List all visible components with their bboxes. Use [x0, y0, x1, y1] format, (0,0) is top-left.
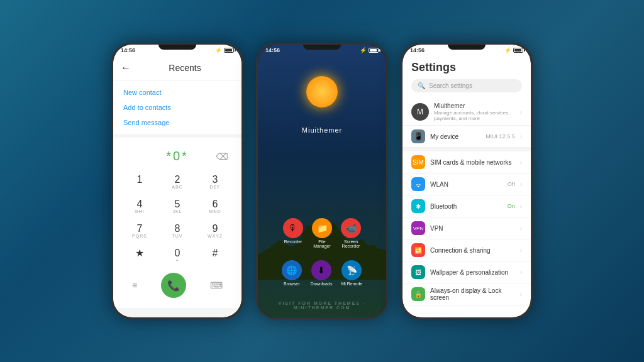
vpn-icon: VPN	[411, 221, 425, 235]
dial-key-4[interactable]: 4GHI	[122, 195, 157, 217]
battery-icon	[369, 48, 379, 53]
dialer-bottom: ≡ 📞 ⌨	[119, 269, 235, 302]
account-item[interactable]: M Miuithemer Manage accounts, cloud serv…	[402, 99, 531, 126]
send-message-link[interactable]: Send message	[123, 116, 231, 129]
vpn-label: VPN	[430, 225, 515, 232]
chevron-right-icon: ›	[520, 159, 522, 166]
sim-icon: SIM	[411, 155, 425, 169]
chevron-right-icon: ›	[520, 133, 522, 140]
search-placeholder: Search settings	[429, 82, 472, 89]
phone2-status-icons: ⚡	[360, 47, 379, 53]
app-browser[interactable]: 🌐 Browser	[282, 260, 302, 286]
my-device-value: MIUI 12.5.5	[486, 133, 515, 140]
back-button[interactable]: ←	[121, 62, 131, 74]
connection-icon: 🔁	[411, 243, 425, 257]
app-downloads[interactable]: ⬇ Downloads	[311, 260, 333, 286]
dialpad: 1 2ABC 3DEF 4GHI 5JKL 6MNO 7PQRS 8TUV 9W…	[119, 168, 235, 269]
dial-key-2[interactable]: 2ABC	[160, 171, 195, 193]
sim-cards-item[interactable]: SIM SIM cards & mobile networks ›	[402, 151, 531, 173]
dial-key-1[interactable]: 1	[122, 171, 157, 193]
dial-key-9[interactable]: 9WXYZ	[197, 220, 233, 242]
phone1-status-bar: 14:56 ⚡	[113, 45, 242, 55]
phone1-time: 14:56	[121, 47, 135, 53]
search-bar[interactable]: 🔍 Search settings	[411, 79, 522, 92]
recorder-icon: 🎙	[283, 218, 303, 238]
phone-1: 14:56 ⚡ ← Recents New contact Add to con…	[111, 43, 243, 319]
dial-key-0[interactable]: 0+	[160, 244, 195, 266]
dial-key-3[interactable]: 3DEF	[197, 171, 233, 193]
phone3-time: 14:56	[410, 47, 425, 53]
dialpad-button[interactable]: ⌨	[210, 280, 223, 290]
call-button[interactable]: 📞	[161, 273, 186, 298]
my-device-label: My device	[430, 133, 480, 140]
settings-content: Settings 🔍 Search settings M Miuithemer …	[402, 45, 531, 305]
menu-button[interactable]: ≡	[132, 280, 137, 290]
chevron-right-icon: ›	[520, 291, 522, 298]
vpn-item[interactable]: VPN VPN ›	[402, 217, 531, 239]
app-row-1: 🎙 Recorder 📁 FileManager 📹 ScreenRecorde…	[258, 218, 386, 248]
screen-recorder-icon: 📹	[341, 218, 361, 238]
wallpaper-icon: 🖼	[411, 265, 425, 279]
chevron-right-icon: ›	[520, 269, 522, 276]
browser-label: Browser	[284, 282, 300, 286]
wallpaper-item[interactable]: 🖼 Wallpaper & personalization ›	[402, 261, 531, 283]
bluetooth-icon: ⚡	[360, 47, 367, 53]
always-on-label: Always-on display & Lock screen	[430, 287, 515, 301]
dialer-area: *0* ⌫ 1 2ABC 3DEF 4GHI 5JKL 6MNO 7PQRS 8…	[113, 138, 242, 308]
mi-remote-label: Mi Remote	[341, 282, 362, 286]
bluetooth-text: Bluetooth	[430, 203, 502, 210]
dial-key-hash[interactable]: #	[197, 244, 233, 266]
sim-label: SIM cards & mobile networks	[430, 159, 515, 166]
phone2-screen: 14:56 ⚡ Miuithemer 🎙 Recorder	[258, 45, 386, 317]
phone1-actions: New contact Add to contacts Send message	[113, 80, 242, 135]
dialer-display: *0* ⌫	[119, 144, 235, 168]
app-mi-remote[interactable]: 📡 Mi Remote	[341, 260, 362, 286]
my-device-item[interactable]: 📱 My device MIUI 12.5.5 ›	[402, 126, 531, 148]
backspace-button[interactable]: ⌫	[216, 151, 230, 162]
battery-icon	[513, 48, 523, 53]
moon-decoration	[306, 76, 338, 107]
dialer-value: *0*	[166, 149, 189, 163]
new-contact-link[interactable]: New contact	[123, 85, 231, 99]
downloads-icon: ⬇	[311, 260, 331, 280]
wlan-text: WLAN	[430, 181, 502, 188]
always-on-icon: 🔒	[411, 287, 425, 301]
phone1-screen: 14:56 ⚡ ← Recents New contact Add to con…	[113, 45, 242, 317]
sim-text: SIM cards & mobile networks	[430, 159, 515, 166]
wlan-item[interactable]: WLAN Off ›	[402, 173, 531, 195]
phone3-screen: 14:56 ⚡ Settings 🔍 Search settings M Miu…	[402, 45, 531, 317]
connection-sharing-item[interactable]: 🔁 Connection & sharing ›	[402, 239, 531, 261]
connection-label: Connection & sharing	[430, 247, 515, 254]
browser-icon: 🌐	[282, 260, 302, 280]
device-icon: 📱	[411, 129, 425, 143]
chevron-right-icon: ›	[520, 109, 522, 116]
dial-key-6[interactable]: 6MNO	[197, 195, 233, 217]
always-on-text: Always-on display & Lock screen	[430, 287, 515, 301]
always-on-item[interactable]: 🔒 Always-on display & Lock screen ›	[402, 283, 531, 305]
phone1-status-icons: ⚡	[215, 47, 234, 53]
dial-key-8[interactable]: 8TUV	[160, 220, 195, 242]
chevron-right-icon: ›	[520, 225, 522, 232]
avatar: M	[411, 103, 429, 121]
bluetooth-item[interactable]: ✱ Bluetooth On ›	[402, 195, 531, 217]
bluetooth-label: Bluetooth	[430, 203, 502, 210]
home-screen-title: Miuithemer	[258, 126, 386, 134]
chevron-right-icon: ›	[520, 181, 522, 188]
dial-key-5[interactable]: 5JKL	[160, 195, 195, 217]
bluetooth-icon: ⚡	[215, 47, 222, 53]
app-screen-recorder[interactable]: 📹 ScreenRecorder	[341, 218, 361, 248]
connection-text: Connection & sharing	[430, 247, 515, 254]
mi-remote-icon: 📡	[341, 260, 362, 280]
chevron-right-icon: ›	[520, 247, 522, 254]
add-to-contacts-link[interactable]: Add to contacts	[123, 101, 231, 114]
dial-key-star[interactable]: ★	[122, 244, 157, 266]
dial-key-7[interactable]: 7PQRS	[122, 220, 157, 242]
phone3-status-icons: ⚡	[504, 47, 523, 53]
wallpaper-text: Wallpaper & personalization	[430, 269, 515, 276]
phone2-time: 14:56	[265, 47, 280, 53]
screen-recorder-label: ScreenRecorder	[342, 239, 360, 248]
app-file-manager[interactable]: 📁 FileManager	[312, 218, 332, 248]
bluetooth-value: On	[508, 203, 515, 209]
app-recorder[interactable]: 🎙 Recorder	[283, 218, 303, 248]
wallpaper-label: Wallpaper & personalization	[430, 269, 515, 276]
